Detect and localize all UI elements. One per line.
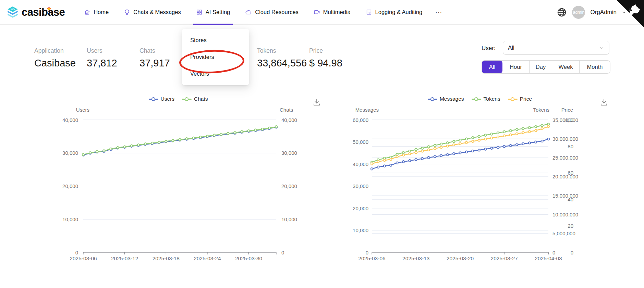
axis-name-tokens: Tokens (533, 107, 549, 113)
y-tick-label: 40,000 (353, 161, 368, 167)
data-point (427, 156, 429, 159)
y-tick-label: 80 (568, 143, 573, 149)
data-point (390, 158, 392, 160)
axis-name-messages: Messages (355, 107, 379, 113)
y-tick-label: 0 (366, 250, 368, 255)
y-tick-label: 10,000 (62, 216, 78, 222)
nav-more-button[interactable]: ··· (430, 0, 448, 25)
y-tick-label: 10,000,000 (552, 212, 578, 217)
data-point (241, 130, 243, 133)
stat-label: Price (309, 47, 342, 54)
y-tick-label: 60 (568, 170, 573, 176)
users-chats-chart: UsersChats 40,00030,00020,00010,0000User… (29, 92, 327, 263)
data-point (213, 134, 215, 136)
range-button-day[interactable]: Day (529, 61, 552, 73)
data-point (144, 143, 146, 145)
data-point (131, 145, 133, 147)
y-tick-label: 20,000 (281, 183, 297, 189)
stat-chats: Chats 37,917 (139, 47, 170, 69)
data-point (440, 146, 442, 148)
data-point (497, 136, 499, 138)
axis-name-chats: Chats (280, 107, 293, 113)
audit-icon (366, 9, 372, 15)
nav-item-label: AI Setting (206, 9, 230, 15)
avatar[interactable]: admin (572, 6, 585, 19)
nav-item-label: Logging & Auditing (375, 9, 423, 15)
home-icon (84, 9, 90, 15)
svg-text:</>: </> (11, 8, 15, 11)
user-filter-label: User: (482, 45, 496, 52)
data-point (490, 137, 493, 139)
range-button-hour[interactable]: Hour (502, 61, 529, 73)
nav-item-label: Chats & Messages (133, 9, 181, 15)
user-select[interactable]: All (503, 41, 609, 55)
language-globe-icon[interactable] (557, 7, 567, 17)
data-point (516, 143, 518, 146)
stat-application: Application Casibase (34, 47, 76, 69)
org-admin-menu[interactable]: OrgAdmin (590, 9, 617, 16)
range-button-week[interactable]: Week (552, 61, 579, 73)
data-point (158, 141, 160, 143)
data-point (415, 159, 417, 161)
stat-value: 37,812 (87, 58, 117, 69)
data-point (165, 140, 167, 142)
data-point (409, 150, 411, 152)
y-tick-label: 40 (568, 197, 573, 202)
github-corner-ribbon[interactable] (617, 0, 644, 27)
y-tick-label: 60,000 (353, 117, 368, 123)
data-point (522, 127, 524, 129)
x-tick-label: 2025-03-06 (358, 255, 385, 261)
data-point (503, 135, 505, 137)
dropdown-item-vectors[interactable]: Vectors (182, 65, 249, 82)
data-point (227, 133, 229, 135)
nav-item-logging-auditing[interactable]: Logging & Auditing (358, 0, 430, 25)
data-point (415, 149, 417, 151)
select-chevron-down-icon (599, 45, 604, 50)
data-point (409, 160, 411, 162)
data-point (453, 140, 455, 142)
data-point (434, 148, 436, 150)
main-nav: Home Chats & Messages AI Setting Cloud R… (76, 0, 448, 25)
chart-left-canvas: 40,00030,00020,00010,0000Users40,00030,0… (29, 92, 327, 263)
stat-label: Users (87, 47, 117, 54)
dropdown-item-providers[interactable]: Providers (182, 49, 249, 65)
brand-name: casibase (22, 6, 65, 18)
data-point (541, 140, 543, 142)
nav-item-cloud-resources[interactable]: Cloud Resources (238, 0, 306, 25)
range-button-all[interactable]: All (482, 61, 502, 73)
stat-price: Price $ 94.98 (309, 47, 342, 69)
data-point (541, 128, 543, 130)
data-point (185, 138, 187, 140)
data-point (371, 163, 373, 165)
data-point (247, 130, 250, 132)
data-point (402, 151, 404, 153)
data-point (535, 129, 537, 132)
data-point (402, 154, 404, 156)
data-point (490, 147, 493, 149)
nav-item-home[interactable]: Home (76, 0, 116, 25)
brand-logo[interactable]: </> casibase (6, 6, 65, 19)
nav-item-chats-messages[interactable]: Chats & Messages (116, 0, 188, 25)
data-point (484, 134, 486, 136)
stat-value: Casibase (34, 58, 76, 69)
y-tick-label: 20,000,000 (552, 174, 578, 179)
data-point (193, 137, 195, 139)
data-point (547, 123, 549, 125)
range-button-month[interactable]: Month (579, 61, 610, 73)
nav-item-multimedia[interactable]: Multimedia (306, 0, 358, 25)
data-point (472, 140, 474, 142)
data-point (89, 152, 91, 154)
data-point (509, 145, 511, 147)
x-tick-label: 2025-03-12 (111, 255, 138, 261)
data-point (220, 133, 222, 135)
data-point (206, 135, 208, 137)
data-point (535, 126, 537, 128)
data-point (255, 129, 257, 131)
data-point (522, 143, 524, 145)
y-tick-label: 30,000 (62, 150, 78, 156)
dropdown-item-stores[interactable]: Stores (182, 32, 249, 49)
x-tick-label: 2025-03-13 (402, 255, 429, 261)
nav-item-ai-setting[interactable]: AI Setting (189, 0, 238, 25)
y-tick-label: 10,000 (281, 216, 297, 222)
stat-label: Tokens (257, 47, 307, 54)
